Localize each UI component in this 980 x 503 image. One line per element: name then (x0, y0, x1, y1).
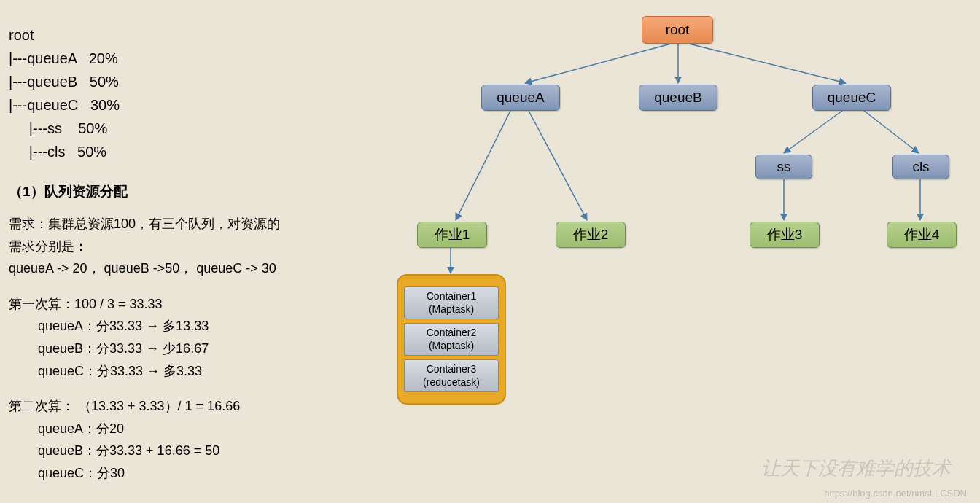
calc2-text: 第二次算： （13.33 + 3.33）/ 1 = 16.66 queueA：分… (9, 395, 359, 484)
node-job1: 作业1 (417, 222, 487, 248)
svg-line-6 (864, 111, 919, 153)
node-queueA: queueA (481, 85, 560, 111)
container-group: Container1(Maptask) Container2(Maptask) … (397, 274, 506, 405)
watermark-url: https://blog.csdn.net/nmsLLCSDN (824, 488, 967, 499)
calc1-text: 第一次算：100 / 3 = 33.33 queueA：分33.33 → 多13… (9, 293, 359, 382)
tree-diagram: root queueA queueB queueC ss cls 作业1 作业2… (365, 0, 980, 503)
node-root: root (642, 16, 713, 44)
svg-line-4 (529, 111, 587, 220)
container1: Container1(Maptask) (404, 286, 499, 319)
svg-line-0 (525, 44, 671, 83)
node-job3: 作业3 (750, 222, 820, 248)
queue-tree-text: root |---queueA 20% |---queueB 50% |---q… (9, 0, 359, 163)
node-job4: 作业4 (887, 222, 957, 248)
svg-line-2 (689, 44, 846, 83)
svg-line-3 (456, 111, 510, 220)
container2: Container2(Maptask) (404, 323, 499, 356)
container3: Container3(reducetask) (404, 359, 499, 392)
watermark-slogan: 让天下没有难学的技术 (761, 456, 951, 481)
diagram-edges (365, 0, 980, 503)
node-queueB: queueB (639, 85, 718, 111)
node-queueC: queueC (812, 85, 891, 111)
demand-text: 需求：集群总资源100，有三个队列，对资源的 需求分别是： queueA -> … (9, 213, 359, 280)
svg-line-5 (784, 111, 842, 153)
node-job2: 作业2 (556, 222, 626, 248)
node-ss: ss (755, 155, 812, 179)
node-cls: cls (892, 155, 949, 179)
section-title: （1）队列资源分配 (9, 182, 359, 201)
